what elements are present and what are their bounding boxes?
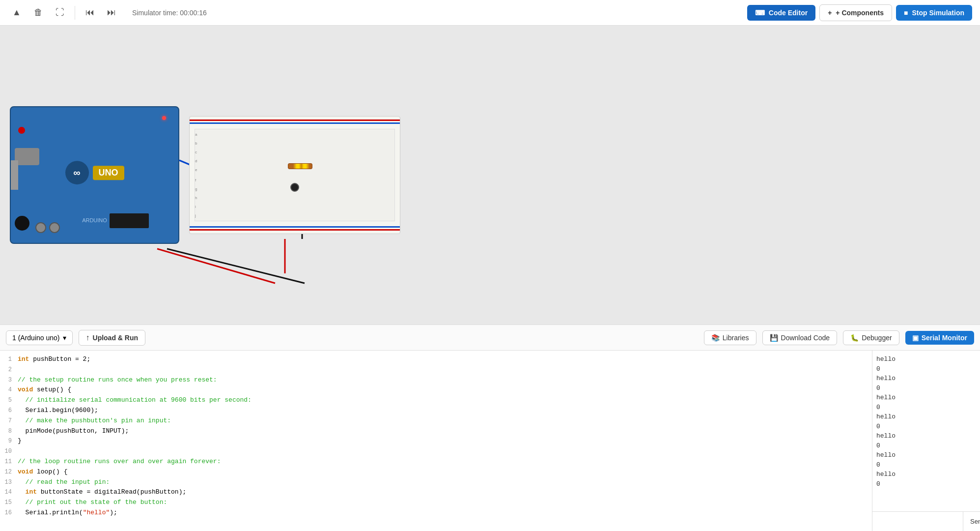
serial-output-line: hello	[876, 393, 976, 403]
code-line-2: 2	[0, 365, 872, 375]
serial-output-line: 0	[876, 364, 976, 374]
step-back-button[interactable]: ⏮	[81, 4, 99, 22]
component-area: ∞ UNO ARDUINO	[10, 106, 400, 244]
code-line-12: 12 void loop() {	[0, 467, 872, 477]
debugger-button[interactable]: 🐛 Debugger	[843, 330, 899, 345]
monitor-icon: ▣	[912, 334, 919, 342]
serial-output-line: hello	[876, 354, 976, 364]
simulation-area: ∞ UNO ARDUINO	[0, 26, 980, 324]
components-button[interactable]: + + Components	[819, 4, 892, 21]
code-line-16: 16 Serial.println("hello");	[0, 508, 872, 518]
step-forward-icon: ⏭	[107, 7, 116, 18]
serial-output-line: hello	[876, 450, 976, 460]
arduino-capacitors	[35, 222, 60, 233]
serial-output: hello0hello0hello0hello0hello0hello0hell…	[872, 351, 980, 511]
code-line-7: 7 // make the pushbutton's pin an input:	[0, 416, 872, 426]
svg-line-1	[157, 249, 275, 283]
breadboard-power-line-top	[190, 119, 400, 121]
download-code-button[interactable]: 💾 Download Code	[762, 330, 838, 345]
serial-output-line: 0	[876, 422, 976, 432]
code-line-11: 11 // the loop routine runs over and ove…	[0, 457, 872, 467]
breadboard-ground-line-bottom	[190, 226, 400, 228]
trash-icon: 🗑	[34, 7, 43, 18]
trash-button[interactable]: 🗑	[29, 4, 47, 22]
stop-simulation-button[interactable]: ■ Stop Simulation	[896, 5, 972, 21]
serial-output-line: hello	[876, 374, 976, 384]
code-serial-area: 1 int pushButton = 2; 2 3 // the setup r…	[0, 351, 980, 531]
arduino-cap-2	[49, 222, 60, 233]
serial-output-line: 0	[876, 403, 976, 413]
code-line-5: 5 // initialize serial communication at …	[0, 395, 872, 406]
libraries-icon: 📚	[711, 334, 720, 342]
step-forward-button[interactable]: ⏭	[103, 4, 120, 22]
resize-button[interactable]: ⛶	[51, 4, 69, 22]
settings-icon: ▲	[12, 7, 21, 18]
code-line-14: 14 int buttonState = digitalRead(pushBut…	[0, 487, 872, 498]
code-editor[interactable]: 1 int pushButton = 2; 2 3 // the setup r…	[0, 351, 872, 531]
resize-icon: ⛶	[56, 7, 64, 18]
serial-output-line: 0	[876, 479, 976, 489]
pushbutton[interactable]	[290, 183, 299, 192]
serial-output-line: 0	[876, 460, 976, 470]
code-line-9: 9 }	[0, 436, 872, 446]
breadboard-ground-line-top	[190, 122, 400, 124]
bug-icon: 🐛	[850, 334, 859, 342]
libraries-button[interactable]: 📚 Libraries	[704, 330, 756, 345]
serial-monitor: hello0hello0hello0hello0hello0hello0hell…	[872, 351, 980, 531]
code-line-6: 6 Serial.begin(9600);	[0, 406, 872, 416]
upload-icon: ↑	[86, 333, 90, 342]
breadboard-main: abcde fghij	[195, 129, 395, 221]
arduino-uno-label: UNO	[93, 166, 124, 180]
arduino-chip	[110, 213, 149, 228]
code-line-10: 10	[0, 446, 872, 457]
code-editor-icon: ⌨	[755, 9, 765, 17]
arduino-led	[162, 116, 166, 120]
simulator-time: Simulator time: 00:00:16	[132, 9, 207, 17]
arduino-logo: ∞ UNO	[65, 161, 124, 184]
stop-icon: ■	[904, 9, 908, 17]
settings-button[interactable]: ▲	[8, 4, 26, 22]
code-editor-button[interactable]: ⌨ Code Editor	[747, 5, 815, 21]
download-icon: 💾	[770, 334, 778, 342]
device-selector[interactable]: 1 (Arduino uno) ▾	[6, 330, 73, 345]
code-line-4: 4 void setup() {	[0, 385, 872, 395]
arduino-board[interactable]: ∞ UNO ARDUINO	[10, 106, 179, 244]
arduino-connector	[11, 160, 18, 190]
breadboard: abcde fghij	[189, 116, 400, 234]
svg-line-2	[167, 249, 305, 283]
code-line-1: 1 int pushButton = 2;	[0, 354, 872, 365]
chevron-down-icon: ▾	[63, 334, 66, 342]
resistor[interactable]	[288, 163, 312, 169]
arduino-reset-button[interactable]	[18, 127, 25, 134]
code-line-15: 15 // print out the state of the button:	[0, 498, 872, 508]
arduino-text: ARDUINO	[82, 217, 107, 223]
arduino-usb	[15, 148, 39, 165]
top-toolbar: ▲ 🗑 ⛶ ⏮ ⏭ Simulator time: 00:00:16 ⌨ Cod…	[0, 0, 980, 26]
toolbar-divider-1	[75, 6, 75, 20]
arduino-power-jack	[15, 216, 29, 231]
arduino-symbol: ∞	[65, 161, 89, 184]
arduino-cap-1	[35, 222, 46, 233]
code-line-3: 3 // the setup routine runs once when yo…	[0, 375, 872, 385]
serial-monitor-button[interactable]: ▣ Serial Monitor	[905, 331, 974, 345]
upload-run-button[interactable]: ↑ Upload & Run	[79, 330, 146, 346]
serial-input-row: Send	[872, 511, 980, 531]
serial-output-line: hello	[876, 470, 976, 479]
serial-output-line: 0	[876, 441, 976, 451]
step-back-icon: ⏮	[85, 7, 94, 18]
plus-icon: +	[828, 9, 832, 17]
bottom-section: 1 (Arduino uno) ▾ ↑ Upload & Run 📚 Libra…	[0, 324, 980, 531]
serial-input-field[interactable]	[872, 512, 963, 531]
breadboard-power-line-bottom	[190, 229, 400, 231]
code-line-13: 13 // read the input pin:	[0, 477, 872, 488]
code-toolbar: 1 (Arduino uno) ▾ ↑ Upload & Run 📚 Libra…	[0, 325, 980, 351]
serial-output-line: 0	[876, 384, 976, 393]
serial-output-line: hello	[876, 412, 976, 422]
serial-output-line: hello	[876, 431, 976, 441]
send-button[interactable]: Send	[963, 512, 980, 531]
code-line-8: 8 pinMode(pushButton, INPUT);	[0, 426, 872, 437]
